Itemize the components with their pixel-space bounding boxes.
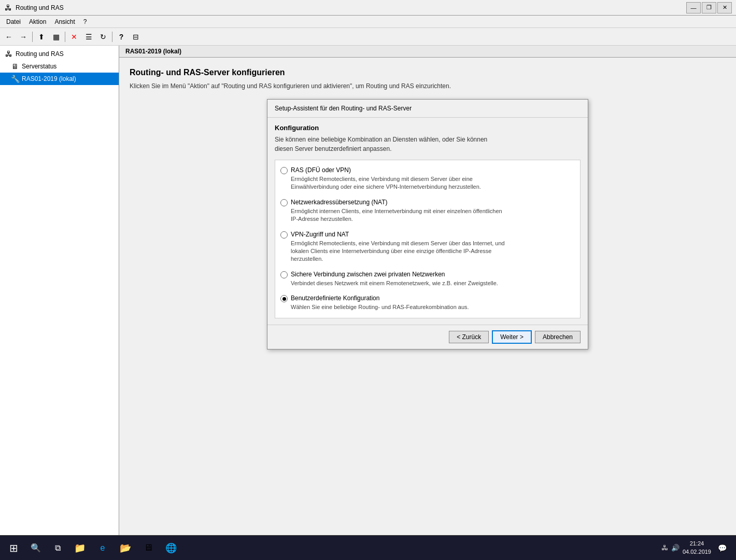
option-custom: Benutzerdefinierte Konfiguration Wählen … (280, 295, 575, 311)
menu-help[interactable]: ? (79, 17, 91, 26)
start-button[interactable]: ⊞ (2, 538, 25, 558)
serverstatus-icon: 🖥 (10, 62, 20, 71)
desc-ras-dfue-vpn: Ermöglicht Remoteclients, eine Verbindun… (291, 175, 575, 191)
taskbar-ie[interactable]: e (91, 538, 114, 558)
up-btn[interactable]: ⬆ (35, 30, 48, 44)
sidebar-item-routing-ras[interactable]: 🖧 Routing und RAS (0, 48, 119, 60)
clock-time: 21:24 (683, 540, 711, 548)
desc-custom: Wählen Sie eine beliebige Routing- und R… (291, 303, 575, 311)
properties-btn[interactable]: ☰ (82, 30, 95, 44)
desc-vpn-nat: Ermöglicht Remoteclients, eine Verbindun… (291, 240, 575, 263)
radio-nat[interactable] (280, 199, 288, 206)
ras01-icon: 🔧 (10, 74, 20, 83)
wizard-footer: < Zurück Weiter > Abbrechen (267, 325, 588, 349)
radio-ras-dfue-vpn[interactable] (280, 167, 288, 174)
option-secure-vpn: Sichere Verbindung zwischen zwei private… (280, 271, 575, 287)
wizard-section-desc: Sie können eine beliebige Kombination an… (275, 135, 581, 153)
tray-network-icon[interactable]: 🖧 (661, 544, 668, 552)
wizard-section-title: Konfiguration (275, 124, 581, 132)
routing-ras-icon: 🖧 (4, 49, 13, 59)
content-area: RAS01-2019 (lokal) Routing- und RAS-Serv… (119, 46, 736, 535)
content-body: Routing- und RAS-Server konfigurieren Kl… (119, 58, 736, 360)
radio-vpn-nat[interactable] (280, 231, 288, 239)
sidebar-item-routing-ras-label: Routing und RAS (16, 50, 64, 58)
minimize-btn[interactable]: — (686, 2, 701, 13)
extra-btn[interactable]: ⊟ (129, 30, 143, 44)
option-vpn-nat: VPN-Zugriff und NAT Ermöglicht Remotecli… (280, 231, 575, 263)
main-layout: 🖧 Routing und RAS 🖥 Serverstatus 🔧 RAS01… (0, 46, 736, 535)
taskbar-folder[interactable]: 📂 (114, 538, 137, 558)
toolbar-sep-1 (32, 32, 33, 42)
notification-btn[interactable]: 💬 (714, 538, 730, 558)
menu-bar: Datei Aktion Ansicht ? (0, 16, 736, 28)
option-nat: Netzwerkadressübersetzung (NAT) Ermöglic… (280, 199, 575, 223)
toolbar: ← → ⬆ ▦ ✕ ☰ ↻ ? ⊟ (0, 28, 736, 46)
sidebar-item-serverstatus[interactable]: 🖥 Serverstatus (0, 60, 119, 73)
taskbar-explorer[interactable]: 📁 (68, 538, 91, 558)
show-hide-btn[interactable]: ▦ (49, 30, 63, 44)
radio-secure-vpn[interactable] (280, 271, 288, 278)
taskbar-network[interactable]: 🌐 (160, 538, 182, 558)
taskbar: ⊞ 🔍 ⧉ 📁 e 📂 🖥 🌐 🖧 🔊 21:24 04.02.2019 💬 (0, 535, 736, 560)
taskbar-search[interactable]: 🔍 (25, 539, 47, 557)
help-btn[interactable]: ? (115, 30, 128, 44)
toolbar-sep-3 (112, 32, 112, 42)
taskbar-clock: 21:24 04.02.2019 (683, 540, 711, 556)
refresh-btn[interactable]: ↻ (96, 30, 110, 44)
content-title: Routing- und RAS-Server konfigurieren (130, 68, 726, 77)
back-button[interactable]: < Zurück (449, 331, 489, 343)
menu-aktion[interactable]: Aktion (25, 17, 50, 26)
close-btn[interactable]: ✕ (717, 2, 732, 13)
label-ras-dfue-vpn[interactable]: RAS (DFÜ oder VPN) (291, 166, 351, 174)
taskbar-tray: 🖧 🔊 21:24 04.02.2019 💬 (657, 538, 734, 558)
menu-datei[interactable]: Datei (2, 17, 25, 26)
task-view-btn[interactable]: ⧉ (47, 538, 68, 558)
sidebar-item-serverstatus-label: Serverstatus (22, 63, 56, 70)
sidebar-item-ras01-label: RAS01-2019 (lokal) (22, 75, 76, 82)
restore-btn[interactable]: ❐ (702, 2, 716, 13)
forward-btn[interactable]: → (17, 30, 30, 44)
label-secure-vpn[interactable]: Sichere Verbindung zwischen zwei private… (291, 271, 445, 278)
back-btn[interactable]: ← (2, 30, 16, 44)
title-bar-controls: — ❐ ✕ (686, 2, 732, 13)
content-header: RAS01-2019 (lokal) (119, 46, 736, 58)
label-vpn-nat[interactable]: VPN-Zugriff und NAT (291, 231, 349, 238)
desc-nat: Ermöglicht internen Clients, eine Intern… (291, 207, 575, 223)
clock-date: 04.02.2019 (683, 548, 711, 556)
content-description: Klicken Sie im Menü "Aktion" auf "Routin… (130, 81, 726, 91)
tray-sound-icon[interactable]: 🔊 (671, 544, 680, 552)
option-ras-dfue-vpn: RAS (DFÜ oder VPN) Ermöglicht Remoteclie… (280, 166, 575, 191)
label-custom[interactable]: Benutzerdefinierte Konfiguration (291, 295, 379, 302)
title-bar-text: Routing und RAS (16, 4, 686, 11)
wizard-header: Setup-Assistent für den Routing- und RAS… (267, 100, 588, 118)
wizard-dialog: Setup-Assistent für den Routing- und RAS… (267, 99, 588, 349)
label-nat[interactable]: Netzwerkadressübersetzung (NAT) (291, 199, 388, 206)
toolbar-sep-2 (65, 32, 65, 42)
radio-custom[interactable] (280, 295, 288, 302)
wizard-section: Konfiguration Sie können eine beliebige … (267, 118, 588, 153)
delete-btn[interactable]: ✕ (67, 30, 81, 44)
wizard-title: Setup-Assistent für den Routing- und RAS… (275, 105, 412, 112)
cancel-button[interactable]: Abbrechen (535, 331, 581, 343)
next-button[interactable]: Weiter > (492, 330, 532, 344)
sidebar: 🖧 Routing und RAS 🖥 Serverstatus 🔧 RAS01… (0, 46, 119, 535)
app-icon: 🖧 (4, 4, 12, 12)
sidebar-item-ras01[interactable]: 🔧 RAS01-2019 (lokal) (0, 73, 119, 85)
desc-secure-vpn: Verbindet dieses Netzwerk mit einem Remo… (291, 279, 575, 287)
title-bar: 🖧 Routing und RAS — ❐ ✕ (0, 0, 736, 16)
wizard-options: RAS (DFÜ oder VPN) Ermöglicht Remoteclie… (275, 160, 581, 318)
taskbar-server-manager[interactable]: 🖥 (137, 538, 160, 558)
content-header-title: RAS01-2019 (lokal) (125, 48, 181, 55)
menu-ansicht[interactable]: Ansicht (50, 17, 79, 26)
